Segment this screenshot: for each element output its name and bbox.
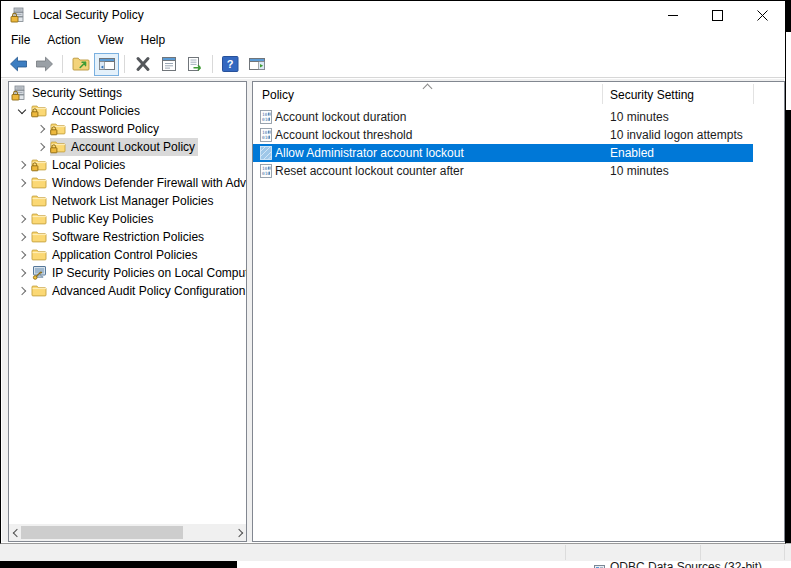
properties-button[interactable] <box>156 53 181 76</box>
tree-item-network-list-manager-policies[interactable]: Network List Manager Policies <box>9 192 246 210</box>
scrollbar-thumb[interactable] <box>21 526 183 539</box>
folder-lock-icon <box>50 121 66 137</box>
tree-item-account-lockout-policy[interactable]: Account Lockout Policy <box>9 138 246 156</box>
odbc-data-sources-item[interactable]: ODBC Data Sources (32-bit) <box>594 561 762 568</box>
chevron-collapsed-icon[interactable] <box>13 252 31 258</box>
column-divider[interactable] <box>753 84 754 104</box>
tree-item-surface[interactable]: Advanced Audit Policy Configuration <box>31 282 247 300</box>
policy-setting-icon: 10010 <box>258 163 274 179</box>
chevron-collapsed-icon[interactable] <box>13 216 31 222</box>
toolbar-separator <box>62 55 63 73</box>
security-setting-value: 10 minutes <box>610 108 669 126</box>
maximize-icon <box>712 10 723 21</box>
background-window-sliver: ODBC Data Sources (32-bit) <box>0 561 791 568</box>
selected-tree-item-surface[interactable]: Account Lockout Policy <box>50 138 198 156</box>
tree-item-local-policies[interactable]: Local Policies <box>9 156 246 174</box>
policy-row-account-lockout-threshold[interactable]: 10010Account lockout threshold10 invalid… <box>253 126 784 144</box>
security-setting-value: 10 minutes <box>610 162 669 180</box>
delete-button[interactable] <box>130 53 155 76</box>
security-setting-value: Enabled <box>610 144 654 162</box>
show-action-pane-button[interactable] <box>244 53 269 76</box>
security-setting-column-header[interactable]: Security Setting <box>610 88 694 102</box>
tree-item-surface[interactable]: Password Policy <box>50 120 162 138</box>
tree-item-surface[interactable]: Network List Manager Policies <box>31 192 216 210</box>
policy-row-account-lockout-duration[interactable]: 10010Account lockout duration10 minutes <box>253 108 784 126</box>
tree-item-security-settings[interactable]: Security Settings <box>9 84 246 102</box>
tree-item-account-policies[interactable]: Account Policies <box>9 102 246 120</box>
tree-item-advanced-audit-policy-configuration[interactable]: Advanced Audit Policy Configuration <box>9 282 246 300</box>
tree-item-surface[interactable]: Security Settings <box>11 84 125 102</box>
chevron-collapsed-icon[interactable] <box>13 234 31 240</box>
tree-horizontal-scrollbar[interactable] <box>9 524 246 541</box>
tree-item-label: Password Policy <box>71 122 162 136</box>
title-bar[interactable]: Local Security Policy <box>1 1 785 29</box>
policy-list-pane: Policy Security Setting 10010Account loc… <box>252 81 785 542</box>
divider <box>700 545 701 560</box>
menu-action[interactable]: Action <box>47 33 80 47</box>
folder-lock-icon <box>31 103 47 119</box>
tree-item-surface[interactable]: Account Policies <box>31 102 143 120</box>
export-list-icon <box>186 56 204 72</box>
folder-icon <box>31 283 47 299</box>
up-one-level-button[interactable] <box>68 53 93 76</box>
show-console-tree-button[interactable] <box>94 53 119 76</box>
help-button[interactable]: ? <box>218 53 243 76</box>
chevron-collapsed-icon[interactable] <box>13 162 31 168</box>
tree-item-application-control-policies[interactable]: Application Control Policies <box>9 246 246 264</box>
chevron-collapsed-icon[interactable] <box>32 144 50 150</box>
odbc-item-label: ODBC Data Sources (32-bit) <box>610 561 762 568</box>
tree-item-public-key-policies[interactable]: Public Key Policies <box>9 210 246 228</box>
menu-file[interactable]: File <box>11 33 30 47</box>
maximize-button[interactable] <box>695 1 740 29</box>
policy-column-header[interactable]: Policy <box>262 88 294 102</box>
tree-item-surface[interactable]: Public Key Policies <box>31 210 156 228</box>
export-list-button[interactable] <box>182 53 207 76</box>
tree-item-label: Security Settings <box>32 86 125 100</box>
window-shadow <box>0 561 237 568</box>
forward-button[interactable] <box>32 53 57 76</box>
tree-item-label: Advanced Audit Policy Configuration <box>52 284 247 298</box>
scroll-right-button[interactable] <box>233 524 246 541</box>
security-policy-app-icon <box>10 7 26 23</box>
tree-item-software-restriction-policies[interactable]: Software Restriction Policies <box>9 228 246 246</box>
menu-bar: File Action View Help <box>1 29 785 51</box>
chevron-collapsed-icon[interactable] <box>13 180 31 186</box>
minimize-button[interactable] <box>650 1 695 29</box>
folder-icon <box>31 229 47 245</box>
background-window-bottom-bar <box>0 543 791 561</box>
background-right-strip-dark <box>786 0 791 32</box>
console-tree-pane: Security SettingsAccount PoliciesPasswor… <box>8 81 247 542</box>
tree-item-password-policy[interactable]: Password Policy <box>9 120 246 138</box>
tree-item-label: Software Restriction Policies <box>52 230 207 244</box>
policy-row-allow-administrator-account-lockout[interactable]: Allow Administrator account lockoutEnabl… <box>253 144 753 162</box>
tree-item-surface[interactable]: Software Restriction Policies <box>31 228 207 246</box>
chevron-expanded-icon[interactable] <box>13 109 31 113</box>
show-action-pane-icon <box>248 56 266 72</box>
tree-item-surface[interactable]: IP Security Policies on Local Compute <box>31 264 247 282</box>
policy-row-reset-account-lockout-counter-after[interactable]: 10010Reset account lockout counter after… <box>253 162 784 180</box>
close-button[interactable] <box>740 1 785 29</box>
back-button[interactable] <box>6 53 31 76</box>
minimize-icon <box>668 15 678 16</box>
chevron-collapsed-icon[interactable] <box>32 126 50 132</box>
root-lock-icon <box>11 85 27 101</box>
show-console-tree-icon <box>98 56 116 72</box>
menu-view[interactable]: View <box>98 33 124 47</box>
tree-item-windows-defender-firewall-with-adva[interactable]: Windows Defender Firewall with Adva <box>9 174 246 192</box>
tree-item-surface[interactable]: Windows Defender Firewall with Adva <box>31 174 247 192</box>
background-right-strip-light <box>786 32 791 110</box>
tree-item-surface[interactable]: Local Policies <box>31 156 128 174</box>
toolbar-separator <box>124 55 125 73</box>
divider <box>565 545 566 560</box>
delete-icon <box>134 56 152 72</box>
chevron-collapsed-icon[interactable] <box>13 270 31 276</box>
column-divider[interactable] <box>602 84 603 104</box>
chevron-collapsed-icon[interactable] <box>13 288 31 294</box>
menu-help[interactable]: Help <box>141 33 166 47</box>
policy-name: Allow Administrator account lockout <box>275 144 464 162</box>
folder-icon <box>31 193 47 209</box>
odbc-app-icon <box>594 561 605 568</box>
tree-item-ip-security-policies-on-local-compute[interactable]: IP Security Policies on Local Compute <box>9 264 246 282</box>
tree-item-surface[interactable]: Application Control Policies <box>31 246 200 264</box>
close-icon <box>757 10 768 21</box>
